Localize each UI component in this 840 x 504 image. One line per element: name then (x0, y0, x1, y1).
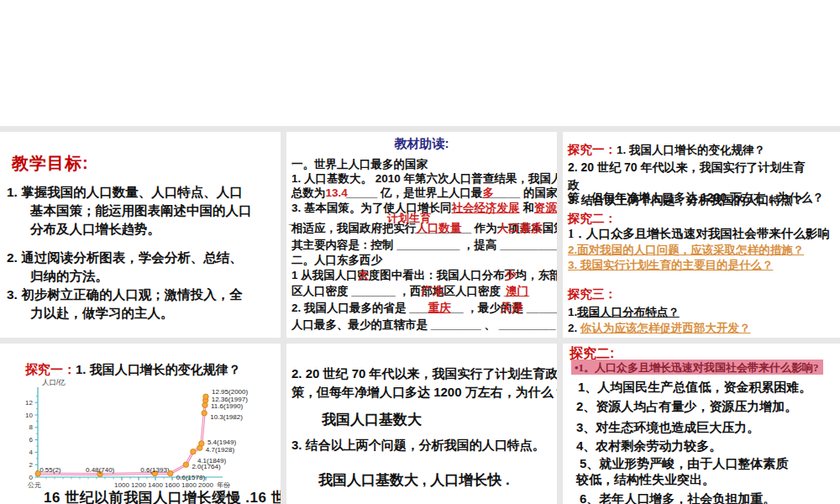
blank-line: __ (451, 302, 464, 314)
reading-title: 教材助读: (286, 136, 557, 152)
text: 总数为 (291, 186, 326, 199)
slide-reading-guide: 教材助读: 一。世界上人口最多的国家 1. 人口基数大。 2010 年第六次人口… (286, 132, 557, 338)
inquiry3-q2-link[interactable]: 你认为应该怎样促进西部大开发？ (580, 322, 751, 334)
svg-text:12: 12 (25, 399, 33, 407)
svg-text:10.3(1982): 10.3(1982) (210, 413, 243, 421)
answer-shao: 少 (505, 269, 517, 281)
text: ，西 (396, 285, 422, 297)
answer-resources-env: 资源环境 (534, 202, 557, 214)
chart-question: 1. 我国人口增长的变化规律？ (76, 362, 241, 376)
inquiry1-q2-line1: 2. 20 世纪 70 年代以来，我国实行了计划生育 (568, 160, 805, 176)
goals-line: 归纳的方法。 (30, 268, 108, 286)
svg-text:12.95(2000): 12.95(2000) (212, 388, 248, 396)
text: 作为 (471, 222, 497, 234)
policy-q-line3: 3. 结合以上两个问题，分析我国的人口特点。 (291, 438, 545, 454)
inquiry3-q1-link[interactable]: 我国人口分布特点？ (577, 306, 680, 318)
impact-item: 1、人均国民生产总值低，资金积累困难。 (578, 380, 811, 396)
inquiry2-q2-link[interactable]: 2.面对我国的人口问题，应该采取怎样的措施？ (568, 243, 804, 258)
svg-text:0.48(740): 0.48(740) (86, 466, 115, 474)
blank-line: _____ (346, 186, 378, 199)
blank-line: ________ (527, 302, 557, 314)
svg-text:人口/亿: 人口/亿 (42, 378, 66, 386)
slide-teaching-goals: 教学目标: 1. 掌握我国的人口数量、人口特点、人口 基本国策；能运用图表阐述中… (0, 132, 281, 338)
svg-text:10: 10 (25, 412, 33, 419)
slide-inquiry-questions: 探究一：1. 我国人口增长的变化规律？ 2. 20 世纪 70 年代以来，我国实… (563, 132, 840, 338)
svg-text:0: 0 (29, 474, 34, 481)
svg-text:6: 6 (29, 436, 34, 444)
answer-da: 大 (358, 269, 370, 281)
svg-text:4.1(1849): 4.1(1849) (197, 457, 227, 465)
inquiry1-label: 探究一： (568, 143, 617, 156)
policy-q-line1: 2. 20 世纪 70 年代以来，我国实行了计划生育政 (291, 366, 557, 382)
text: 1 从我国人口 (291, 269, 358, 281)
inquiry2-label: 探究二： (568, 211, 617, 227)
goals-line: 力以赴，做学习的主人。 (30, 305, 174, 323)
num: 2. (568, 322, 580, 334)
inquiry2-q1: 1．人口众多且增长迅速对我国社会带来什么影响 (568, 226, 830, 242)
slide-family-planning: 2. 20 世纪 70 年代以来，我国实行了计划生育政 策，但每年净增人口多达 … (286, 344, 557, 504)
text: 2. 我国人口最多的省是 (291, 302, 409, 314)
inquiry1-q1: 1. 我国人口增长的变化规律？ (617, 144, 765, 156)
population-growth-chart: 024681012100012001400160018002000公元年份人口/… (21, 375, 273, 492)
text: ，最少 (464, 302, 501, 314)
text: 亿，是世界上人口最 (377, 186, 482, 199)
answer-social-economy: 社会经济发展 (452, 202, 520, 214)
answer-duo: 多 (483, 186, 495, 199)
goals-title: 教学目标: (12, 152, 89, 175)
impact-item: 5、就业形势严峻，由于人口整体素质 (580, 456, 788, 472)
answer-guangdong: 广东 (422, 285, 444, 297)
num: 1. (568, 306, 577, 318)
goals-line: 2. 通过阅读分析图表，学会分析、总结、 (7, 249, 243, 267)
svg-text:4.7(1928): 4.7(1928) (206, 446, 235, 454)
slide-population-impacts: 探究二: •1。人口众多且增长迅速对我国社会带来什么影响? 1、人均国民生产总值… (563, 344, 840, 504)
text: 相适应，我国政府把实行 (291, 222, 417, 234)
policy-answer-1: 我国人口基数大 (322, 410, 422, 429)
reading-line: 其主要内容是：控制 __________ ，提高 _________ 。 (291, 238, 557, 253)
answer-tianjin: 天津 (501, 302, 523, 314)
impact-item: 4、农村剩余劳动力较多。 (576, 438, 722, 454)
svg-text:11.6(1990): 11.6(1990) (211, 402, 243, 410)
goals-line: 1. 掌握我国的人口数量、人口特点、人口 (7, 184, 243, 202)
svg-text:0.6(1393): 0.6(1393) (140, 466, 170, 474)
goals-line: 基本国策；能运用图表阐述中国的人口 (30, 202, 252, 220)
blank-line: ___ (409, 302, 428, 314)
inquiry3-label: 探究三： (568, 286, 617, 302)
answer-macau: 澳门 (506, 285, 528, 297)
reading-line: 区人口密度 _______ ，西广东部地区人口密度 ____澳门 (291, 284, 528, 299)
reading-line: 一。世界上人口最多的国家 (291, 157, 428, 172)
inquiry3-q1: 1.我国人口分布特点？ (568, 305, 680, 320)
population-line-chart: 024681012100012001400160018002000公元年份人口/… (21, 375, 273, 489)
highlighted-question: •1。人口众多且增长迅速对我国社会带来什么影响? (571, 360, 823, 375)
impact-item: 6、老年人口增多，社会负担加重。 (580, 491, 775, 504)
impact-item: 2、资源人均占有量少，资源压力增加。 (576, 399, 797, 415)
overlapped-line-b: 3. 结合以上两个问题，分析我国的人口特点？ (568, 193, 805, 208)
goals-line: 分布及人口增长趋势。 (30, 221, 160, 239)
text: 密度图中看出：我国人口分布 (357, 269, 505, 281)
svg-text:4: 4 (29, 449, 34, 456)
reading-line: 1 从我国人口大密度图中看出：我国人口分布少不均，东部地 (291, 268, 557, 283)
reading-line: 相适应，我国政府把实行人口数量_________ 作为人口素质一项基本国策。 (291, 221, 557, 236)
policy-q-line2: 策，但每年净增人口多达 1200 万左右，为什么？ (291, 385, 557, 401)
answer-chongqing: 重庆 (428, 302, 451, 314)
inquiry2-q3-link[interactable]: 3. 我国实行计划生育的主要目的是什么？ (568, 258, 774, 273)
svg-text:2: 2 (29, 461, 34, 469)
impact-item: 较低，结构性失业突出。 (576, 472, 715, 488)
text: 区人口密度 (291, 285, 351, 297)
reading-line: 2. 我国人口最多的省是 ___重庆__ ，最少天津的是 ________ ， (291, 301, 557, 316)
chart-caption: 16 世纪以前我国人口增长缓慢 .16 世纪 (44, 488, 281, 504)
answer-population-quality: 人口素质 (497, 222, 543, 234)
svg-text:12.36(1997): 12.36(1997) (212, 396, 248, 403)
svg-text:0.55(2): 0.55(2) (39, 466, 61, 474)
inquiry1-heading: 探究一：1. 我国人口增长的变化规律？ (568, 142, 765, 158)
reading-line: 1. 人口基数大。 2010 年第六次人口普查结果，我国人口 (291, 171, 557, 186)
reading-line: 人口最多、最少的直辖市是 ________ 、 _________ 。 (291, 318, 557, 333)
reading-line: 总数为13.4_____ 亿，是世界上人口最多______ 的国家。 (291, 186, 557, 201)
answer-population-quantity: 人口数量 (417, 222, 462, 234)
svg-text:5.4(1949): 5.4(1949) (207, 438, 237, 446)
svg-text:8: 8 (29, 423, 34, 431)
svg-text:公元: 公元 (28, 481, 41, 489)
impact-item: 3、对生态环境也造成巨大压力。 (576, 420, 759, 436)
answer-13-4: 13.4 (326, 186, 348, 199)
blank-line: _______ (351, 285, 396, 297)
slide-population-chart: 探究一：1. 我国人口增长的变化规律？ 02468101210001200140… (0, 344, 281, 504)
